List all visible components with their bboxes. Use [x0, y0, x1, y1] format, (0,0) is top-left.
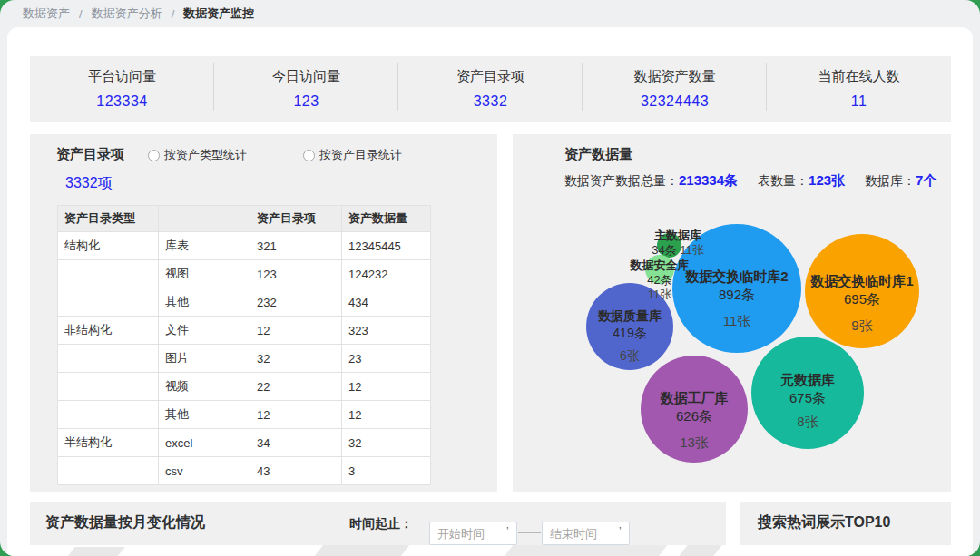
cell-sub-type: excel: [159, 429, 250, 457]
cell-catalog-type: 非结构化: [58, 317, 159, 345]
cell-sub-type: 其他: [159, 288, 250, 317]
stat-label: 今日访问量: [272, 68, 340, 85]
radio-circle-icon: [148, 150, 160, 161]
cell-asset-volume: 12345445: [342, 232, 431, 260]
stat-value: 32324443: [641, 93, 709, 110]
stat-item: 当前在线人数 11: [767, 56, 951, 122]
monthly-change-panel: 资产数据量按月变化情况 时间起止： ’ ’: [30, 502, 726, 545]
bubble-data-factory-db[interactable]: [641, 356, 748, 463]
radio-label: 按资产类型统计: [164, 147, 247, 163]
table-row: csv 43 3: [58, 457, 431, 485]
radio-label: 按资产目录统计: [319, 147, 402, 163]
stat-item: 平台访问量 123334: [30, 56, 214, 122]
cell-asset-volume: 32: [342, 429, 431, 457]
table-row: 视图 123 124232: [58, 260, 431, 288]
stat-label: 当前在线人数: [818, 68, 900, 85]
stat-value: 3332: [474, 93, 508, 110]
content-card: 平台访问量 123334 今日访问量 123 资产目录项 3332 数据资产数量…: [7, 27, 973, 556]
cell-asset-volume: 124232: [342, 260, 431, 288]
table-row: 非结构化 文件 12 323: [58, 317, 431, 345]
radio-by-asset-type[interactable]: 按资产类型统计: [148, 147, 247, 163]
cell-sub-type: 视图: [159, 260, 250, 288]
cell-catalog-type: [58, 260, 159, 288]
column-header: [159, 206, 250, 232]
stat-label: 平台访问量: [88, 68, 156, 85]
dashboard-app: 数据资产 / 数据资产分析 / 数据资产监控 平台访问量 123334 今日访问…: [0, 0, 980, 556]
monthly-panel-title: 资产数据量按月变化情况: [45, 513, 205, 532]
cell-asset-volume: 23: [342, 345, 431, 373]
cell-sub-type: 其他: [159, 401, 250, 429]
cell-catalog-items: 12: [250, 401, 342, 429]
stat-label: 资产目录项: [456, 68, 524, 85]
breadcrumb-item-asset-monitor: 数据资产监控: [183, 5, 254, 22]
cell-asset-volume: 3: [342, 457, 431, 485]
cell-catalog-items: 12: [250, 317, 342, 345]
cell-catalog-type: 半结构化: [58, 429, 159, 457]
summary-item: 表数量：123张: [758, 172, 845, 190]
stat-item: 数据资产数量 32324443: [583, 56, 767, 122]
cell-catalog-items: 321: [250, 232, 342, 260]
end-date-input[interactable]: [542, 522, 630, 545]
app-window: 数据资产 / 数据资产分析 / 数据资产监控 平台访问量 123334 今日访问…: [0, 0, 980, 556]
breadcrumb-separator: /: [172, 7, 175, 21]
summary-label: 数据资产数据总量：: [564, 173, 679, 188]
stat-label: 数据资产数量: [634, 68, 716, 85]
summary-label: 数据库：: [865, 173, 916, 188]
watermark-shape: [679, 544, 723, 556]
catalog-panel-title: 资产目录项: [56, 146, 124, 163]
asset-volume-panel: 资产数据量 数据资产数据总量：213334条表数量：123张数据库：7个 主数据…: [513, 134, 951, 492]
stat-value: 11: [851, 93, 867, 110]
stat-item: 资产目录项 3332: [398, 56, 583, 122]
stat-value: 123334: [96, 93, 147, 110]
table-row: 结构化 库表 321 12345445: [58, 232, 431, 260]
summary-label: 表数量：: [758, 173, 808, 188]
bubble-exchange-temp-db1[interactable]: [805, 234, 919, 348]
watermark-shape: [66, 547, 124, 556]
bubble-meta-db[interactable]: [751, 337, 864, 449]
hotwords-panel-title: 搜索热词展示TOP10: [758, 513, 890, 532]
cell-catalog-type: [58, 401, 159, 429]
time-range-label: 时间起止：: [349, 516, 413, 532]
cell-catalog-type: [58, 457, 159, 485]
cell-asset-volume: 434: [342, 288, 431, 317]
breadcrumb-item-data-asset[interactable]: 数据资产: [23, 5, 70, 22]
radio-circle-icon: [303, 150, 315, 161]
cell-asset-volume: 12: [342, 373, 431, 401]
table-row: 其他 232 434: [58, 288, 431, 317]
radio-by-asset-catalog[interactable]: 按资产目录统计: [303, 147, 402, 163]
catalog-radio-group: 按资产类型统计 按资产目录统计: [148, 147, 402, 163]
bubble-exchange-temp-db2[interactable]: [672, 224, 801, 353]
summary-value: 7个: [916, 172, 936, 188]
table-row: 其他 12 12: [58, 401, 431, 429]
breadcrumb-item-asset-analysis[interactable]: 数据资产分析: [92, 5, 162, 22]
column-header: 资产目录项: [250, 206, 342, 232]
bubble-data-quality-db[interactable]: [586, 283, 673, 370]
asset-summary: 数据资产数据总量：213334条表数量：123张数据库：7个: [564, 172, 956, 190]
summary-value: 123张: [808, 172, 845, 188]
breadcrumb: 数据资产 / 数据资产分析 / 数据资产监控: [23, 0, 254, 27]
summary-item: 数据资产数据总量：213334条: [564, 172, 738, 190]
catalog-table: 资产目录类型 资产目录项 资产数据量 结构化 库表 321 12345445: [57, 205, 431, 485]
bubble-master-db[interactable]: [657, 233, 681, 258]
cell-catalog-items: 232: [250, 288, 342, 317]
cell-catalog-items: 43: [250, 457, 342, 485]
summary-item: 数据库：7个: [865, 172, 936, 190]
column-header: 资产数据量: [342, 206, 431, 232]
bubble-data-security-db[interactable]: [645, 255, 674, 284]
asset-panel-title: 资产数据量: [564, 146, 632, 163]
cell-asset-volume: 12: [342, 401, 431, 429]
cell-catalog-items: 22: [250, 373, 342, 401]
cell-sub-type: 图片: [159, 345, 250, 373]
cell-sub-type: 文件: [159, 317, 250, 345]
column-header: 资产目录类型: [58, 206, 159, 232]
breadcrumb-separator: /: [79, 7, 83, 21]
start-date-input[interactable]: [429, 522, 517, 545]
table-row: 图片 32 23: [58, 345, 431, 373]
stat-item: 今日访问量 123: [214, 56, 398, 122]
summary-value: 213334条: [679, 172, 738, 188]
cell-catalog-type: [58, 288, 159, 317]
cell-catalog-items: 32: [250, 345, 342, 373]
stats-bar: 平台访问量 123334 今日访问量 123 资产目录项 3332 数据资产数量…: [30, 56, 951, 122]
cell-catalog-type: [58, 345, 159, 373]
stat-value: 123: [293, 93, 318, 110]
